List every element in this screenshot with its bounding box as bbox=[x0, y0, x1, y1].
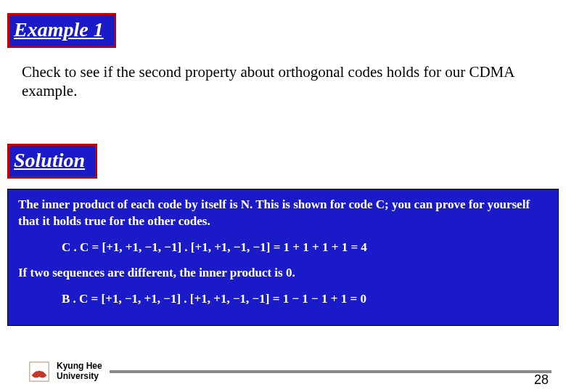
solution-paragraph-2: If two sequences are different, the inne… bbox=[18, 265, 548, 282]
solution-paragraph-1: The inner product of each code by itself… bbox=[18, 197, 548, 230]
equation-2: B . C = [+1, −1, +1, −1] . [+1, +1, −1, … bbox=[62, 292, 548, 306]
footer-divider bbox=[110, 370, 551, 373]
footer: Kyung Hee University bbox=[29, 362, 551, 382]
solution-content: The inner product of each code by itself… bbox=[7, 189, 559, 326]
equation-1: C . C = [+1, +1, −1, −1] . [+1, +1, −1, … bbox=[62, 240, 548, 255]
example-title-box: Example 1 bbox=[7, 13, 116, 48]
university-name: Kyung Hee University bbox=[57, 362, 102, 382]
page-number: 28 bbox=[534, 372, 549, 388]
university-line-2: University bbox=[57, 372, 102, 382]
solution-title-box: Solution bbox=[7, 144, 97, 179]
problem-statement: Check to see if the second property abou… bbox=[22, 62, 544, 101]
example-title: Example 1 bbox=[14, 18, 104, 41]
university-line-1: Kyung Hee bbox=[57, 362, 102, 372]
university-logo-icon bbox=[29, 362, 49, 382]
solution-title: Solution bbox=[14, 149, 85, 171]
